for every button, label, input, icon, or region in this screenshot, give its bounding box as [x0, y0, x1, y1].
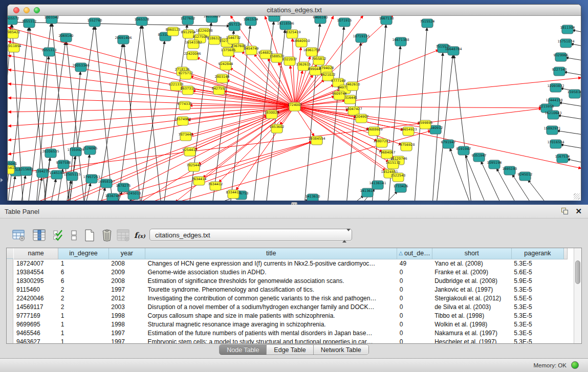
graph-node[interactable]: 20691406 [115, 35, 132, 44]
select-all-icon[interactable] [51, 227, 67, 244]
graph-node[interactable]: 15892971 [543, 126, 560, 135]
graph-node[interactable]: 19384554 [308, 136, 325, 145]
graph-node[interactable]: 1615132 [386, 160, 401, 169]
graph-node[interactable]: 2803144 [215, 74, 230, 83]
graph-node[interactable]: 1394275 [35, 169, 50, 178]
graph-node[interactable]: 1667138 [379, 16, 394, 25]
window-minimize-button[interactable] [24, 7, 30, 13]
graph-node[interactable]: 1911854 [8, 43, 21, 52]
scrollbar-thumb[interactable] [575, 260, 580, 284]
table-row[interactable]: 1938455462009Genome-wide association stu… [14, 268, 568, 276]
graph-node[interactable]: 1724007 [288, 102, 302, 111]
graph-node[interactable]: 2055313 [42, 48, 57, 56]
graph-node[interactable]: 9599895 [418, 120, 433, 129]
graph-node[interactable]: 9329966 [554, 53, 569, 61]
graph-node[interactable]: 7857224 [227, 22, 242, 31]
graph-node[interactable]: 1413614 [360, 188, 375, 197]
graph-node[interactable]: 7462610 [345, 82, 360, 91]
graph-node[interactable]: 1733426 [394, 184, 408, 192]
graph-node[interactable]: 17359929 [67, 147, 84, 156]
graph-node[interactable]: 9242844 [219, 61, 233, 70]
graph-node[interactable]: 1609744 [332, 91, 347, 100]
table-row[interactable]: 946362711997Embryonic stem cells: a mode… [14, 337, 568, 343]
graph-node[interactable]: 1546732 [226, 35, 241, 44]
graph-node[interactable]: 8454749 [244, 46, 259, 55]
graph-node[interactable]: 9245012 [518, 172, 533, 181]
graph-node[interactable]: 16648784 [445, 47, 462, 55]
graph-node[interactable]: 1167534 [555, 154, 570, 163]
graph-node[interactable]: 1695193 [503, 166, 517, 175]
tab-network-table[interactable]: Network Table [314, 345, 368, 355]
graph-node[interactable]: 2405572 [8, 16, 19, 25]
graph-node[interactable]: 7955812 [312, 56, 326, 65]
table-row[interactable]: 911546021997Tourette syndrome. Phenomeno… [14, 285, 568, 294]
graph-node[interactable]: 18325419 [284, 30, 300, 38]
table-row[interactable]: 977716911998Corpus callosum shape and si… [14, 311, 568, 320]
graph-node[interactable]: 1003342 [45, 16, 59, 24]
graph-node[interactable]: 6466160 [313, 16, 328, 24]
graph-node[interactable]: 14136141 [369, 181, 386, 189]
column-header-pagerank[interactable]: pagerank [511, 248, 563, 259]
graph-node[interactable]: 1413610 [306, 194, 320, 201]
stacked-cells-icon[interactable] [67, 227, 82, 244]
column-header-title[interactable]: title [145, 248, 397, 259]
graph-node[interactable]: 16543382 [185, 40, 202, 49]
graph-node[interactable]: 20206535 [42, 149, 59, 158]
graph-node[interactable]: 2522543 [391, 173, 406, 182]
graph-node[interactable]: 1830029 [265, 110, 279, 119]
graph-node[interactable]: 19218596 [277, 21, 294, 30]
window-close-button[interactable] [13, 7, 19, 13]
graph-node[interactable]: 7634414 [192, 177, 207, 185]
graph-node[interactable]: 18640910 [293, 38, 310, 47]
graph-node[interactable]: 1985422 [8, 30, 20, 38]
table-row[interactable]: 1830029562008Estimation of significance … [14, 276, 568, 285]
graph-node[interactable]: 12505115 [63, 172, 80, 181]
graph-node[interactable]: 16671388 [392, 37, 409, 46]
collapsed-panel-arrow-icon[interactable] [1, 178, 3, 182]
graph-node[interactable]: 20053346 [72, 63, 89, 72]
close-icon[interactable]: ✕ [575, 207, 582, 216]
column-header-year[interactable]: year [108, 248, 145, 259]
graph-node[interactable]: 8637311 [181, 86, 195, 95]
table-row[interactable]: 1872400712008Changes of HCN gene express… [14, 259, 568, 268]
table-row[interactable]: 946554611997Estimation of the future num… [14, 329, 568, 337]
graph-node[interactable]: 2055312 [22, 19, 37, 28]
network-graph[interactable]: 2405572205531210033422069140155276020691… [8, 16, 581, 201]
graph-node[interactable]: 19654923 [400, 127, 417, 136]
graph-node[interactable]: 9254412 [183, 147, 198, 156]
window-zoom-button[interactable] [34, 7, 40, 13]
graph-node[interactable]: 16210643 [545, 111, 561, 119]
graph-node[interactable]: 1065328 [135, 17, 149, 26]
select-columns-icon[interactable] [32, 227, 47, 244]
graph-node[interactable]: 1811304 [560, 25, 575, 34]
table-row[interactable]: 1456911722003Disruption of a novel membe… [14, 302, 568, 311]
graph-node[interactable]: 7825441 [187, 163, 202, 171]
graph-node[interactable]: 10719155 [353, 34, 369, 42]
graph-node[interactable]: 9245013 [126, 191, 141, 200]
graph-node[interactable]: 7515524 [420, 19, 435, 28]
graph-node[interactable]: 1836745 [105, 193, 120, 201]
float-panel-icon[interactable] [561, 208, 569, 215]
window-resize-grip[interactable] [574, 193, 580, 200]
graph-node[interactable]: 6791947 [441, 140, 456, 148]
network-canvas[interactable]: 2405572205531210033422069140155276020691… [8, 16, 581, 201]
graph-node[interactable]: 2069140 [59, 33, 74, 42]
graph-node[interactable]: 22420046 [184, 51, 201, 60]
new-table-icon[interactable] [82, 227, 97, 244]
column-header-short[interactable]: short [432, 248, 511, 259]
graph-node[interactable]: 1595834 [568, 90, 581, 98]
graph-node[interactable]: 1145194 [50, 170, 64, 179]
network-window[interactable]: citations_edges.txt 24055722055312100334… [7, 4, 581, 201]
window-titlebar[interactable]: citations_edges.txt [8, 5, 581, 16]
table-row[interactable]: 969969511998Structural magnetic resonanc… [14, 320, 568, 329]
tab-node-table[interactable]: Node Table [220, 345, 267, 355]
graph-node[interactable]: 12093832 [547, 83, 564, 92]
graph-node[interactable]: 1215683 [19, 167, 34, 176]
table-row[interactable]: 2242004622012Investigating the contribut… [14, 294, 568, 302]
table-selector-dropdown[interactable]: citations_edges.txt [149, 229, 352, 241]
graph-node[interactable]: 8191947 [456, 146, 471, 155]
column-header-in_degree[interactable]: in_degree [58, 248, 108, 259]
graph-node[interactable]: 16033809 [203, 16, 220, 23]
graph-node[interactable]: 2126065 [83, 146, 98, 155]
column-header-name[interactable]: name [14, 248, 58, 259]
